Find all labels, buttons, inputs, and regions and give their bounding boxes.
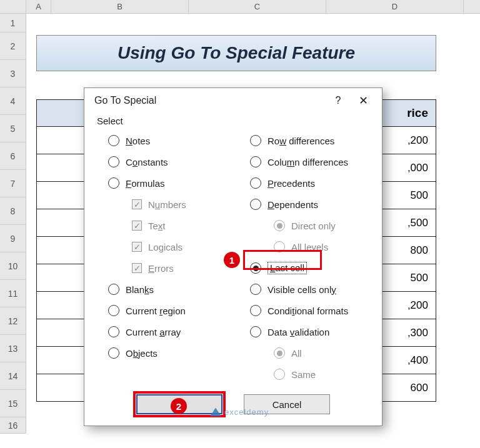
- row-header[interactable]: 8: [0, 197, 26, 225]
- row-header[interactable]: 1: [0, 14, 26, 32]
- check-logicals: ✓Logicals: [97, 236, 228, 257]
- radio-visible-cells[interactable]: Visible cells only: [239, 279, 369, 300]
- column-headers: A B C D: [0, 0, 480, 14]
- radio-dependents[interactable]: Dependents: [239, 194, 369, 215]
- radio-blanks[interactable]: Blanks: [97, 279, 228, 300]
- watermark: exceldemy: [210, 407, 269, 417]
- radio-data-validation[interactable]: Data validation: [239, 321, 369, 342]
- row-header[interactable]: 2: [0, 32, 26, 60]
- row-header[interactable]: 11: [0, 280, 26, 307]
- radio-column-differences[interactable]: Column differences: [239, 151, 369, 172]
- row-header[interactable]: 3: [0, 60, 26, 87]
- radio-same: Same: [239, 364, 369, 385]
- radio-current-array[interactable]: Current array: [97, 321, 228, 342]
- col-header-d[interactable]: D: [326, 0, 464, 13]
- row-headers: 1 2 3 4 5 6 7 8 9 10 11 12 13 14 15 16: [0, 14, 26, 434]
- watermark-text: exceldemy: [224, 407, 269, 417]
- radio-constants[interactable]: Constants: [97, 151, 228, 172]
- row-header[interactable]: 10: [0, 252, 26, 280]
- radio-precedents[interactable]: Precedents: [239, 172, 369, 194]
- radio-conditional-formats[interactable]: Conditional formats: [239, 300, 369, 321]
- row-header[interactable]: 14: [0, 362, 26, 390]
- watermark-logo-icon: [210, 408, 221, 417]
- select-group-label: Select: [97, 116, 369, 126]
- check-errors: ✓Errors: [97, 257, 228, 279]
- options-left-column: Notes Constants Formulas ✓Numbers ✓Text …: [97, 130, 228, 385]
- radio-last-cell[interactable]: Last cell: [239, 257, 369, 279]
- row-header[interactable]: 9: [0, 225, 26, 252]
- col-header-a[interactable]: A: [26, 0, 51, 13]
- radio-row-differences[interactable]: Row differences: [239, 130, 369, 151]
- options-right-column: Row differences Column differences Prece…: [239, 130, 369, 385]
- row-header[interactable]: 6: [0, 142, 26, 170]
- radio-objects[interactable]: Objects: [97, 342, 228, 364]
- check-numbers: ✓Numbers: [97, 194, 228, 215]
- help-button[interactable]: ?: [326, 95, 351, 106]
- radio-formulas[interactable]: Formulas: [97, 172, 228, 194]
- annotation-badge-2: 2: [171, 398, 187, 414]
- row-header[interactable]: 13: [0, 335, 26, 362]
- close-button[interactable]: ✕: [351, 94, 376, 107]
- row-header[interactable]: 15: [0, 390, 26, 417]
- title-text: Using Go To Special Feature: [118, 43, 355, 63]
- row-header[interactable]: 16: [0, 417, 26, 434]
- dialog-titlebar: Go To Special ? ✕: [84, 88, 382, 113]
- radio-current-region[interactable]: Current region: [97, 300, 228, 321]
- col-header-c[interactable]: C: [189, 0, 326, 13]
- radio-all: All: [239, 342, 369, 364]
- radio-notes[interactable]: Notes: [97, 130, 228, 151]
- radio-all-levels: All levels: [239, 236, 369, 257]
- annotation-badge-1: 1: [224, 252, 240, 268]
- title-banner: Using Go To Special Feature: [36, 35, 436, 71]
- col-header-b[interactable]: B: [51, 0, 189, 13]
- select-all-corner[interactable]: [0, 0, 26, 13]
- row-header[interactable]: 5: [0, 115, 26, 142]
- row-header[interactable]: 12: [0, 307, 26, 335]
- row-header[interactable]: 4: [0, 87, 26, 115]
- row-header[interactable]: 7: [0, 170, 26, 197]
- dialog-title: Go To Special: [94, 95, 156, 106]
- radio-direct-only: Direct only: [239, 215, 369, 236]
- check-text: ✓Text: [97, 215, 228, 236]
